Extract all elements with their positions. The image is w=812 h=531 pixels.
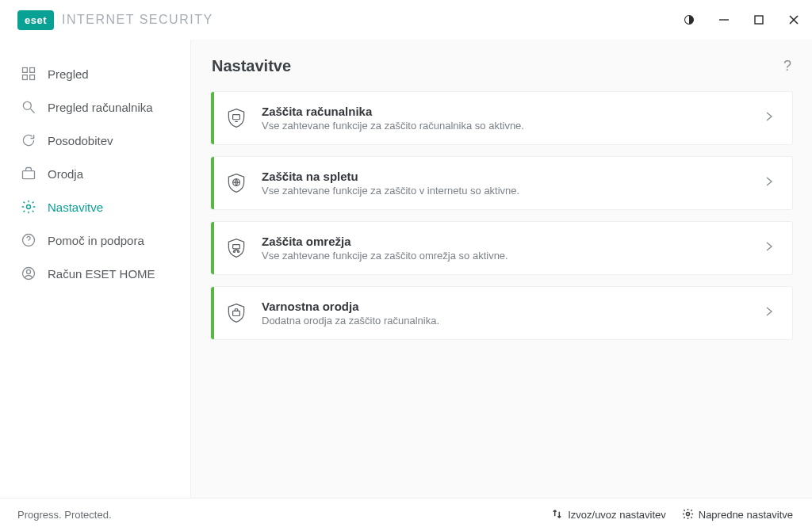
svg-rect-17 [233,115,240,120]
help-icon [21,232,36,248]
product-name: INTERNET SECURITY [62,13,213,27]
card-title: Varnostna orodja [262,300,764,313]
card-title: Zaščita na spletu [262,170,764,183]
main-panel: Nastavitve ? Zaščita računalnika Vse zah… [190,40,812,498]
tagline: Progress. Protected. [17,509,112,521]
search-icon [21,99,36,115]
main-header: Nastavitve ? [210,57,793,75]
toolbox-icon [21,166,36,181]
card-subtitle: Vse zahtevane funkcije za zaščito računa… [262,120,764,132]
card-zascita-na-spletu[interactable]: Zaščita na spletu Vse zahtevane funkcije… [210,156,793,210]
svg-rect-5 [23,68,28,73]
logo-group: eset INTERNET SECURITY [17,10,213,30]
svg-point-27 [686,512,689,515]
svg-rect-26 [233,311,240,315]
svg-rect-7 [23,75,28,80]
card-varnostna-orodja[interactable]: Varnostna orodja Dodatna orodja za zašči… [210,286,793,340]
card-body: Zaščita na spletu Vse zahtevane funkcije… [262,170,764,197]
update-icon [21,132,36,148]
sidebar: Pregled Pregled računalnika Posodobitev … [0,40,190,498]
svg-rect-2 [755,16,763,24]
card-zascita-racunalnika[interactable]: Zaščita računalnika Vse zahtevane funkci… [210,91,793,145]
help-button[interactable]: ? [783,58,791,74]
minimize-icon[interactable] [717,13,731,27]
eset-logo-badge: eset [17,10,54,30]
svg-rect-8 [30,75,35,80]
sidebar-item-label: Nastavitve [48,201,103,214]
sidebar-item-label: Pregled [48,67,89,81]
svg-point-14 [29,243,29,244]
card-subtitle: Vse zahtevane funkcije za zaščito omrežj… [262,250,764,262]
sidebar-item-label: Orodja [48,167,83,181]
footer-link-label: Napredne nastavitve [699,509,793,521]
chevron-right-icon [764,176,775,190]
sidebar-item-orodja[interactable]: Orodja [0,157,190,190]
sidebar-item-label: Račun ESET HOME [48,267,155,281]
shield-briefcase-icon [211,302,262,324]
gear-icon [682,508,694,522]
account-icon [21,266,36,281]
sidebar-item-nastavitve[interactable]: Nastavitve [0,190,190,223]
page-title: Nastavitve [212,57,291,75]
maximize-icon[interactable] [752,13,766,27]
shield-network-icon [211,237,262,259]
card-title: Zaščita omrežja [262,235,764,248]
sidebar-item-racun[interactable]: Račun ESET HOME [0,257,190,290]
footer-actions: Izvoz/uvoz nastavitev Napredne nastavitv… [551,508,793,522]
svg-line-10 [31,109,35,113]
card-body: Zaščita omrežja Vse zahtevane funkcije z… [262,235,764,262]
svg-rect-6 [30,68,35,73]
settings-cards: Zaščita računalnika Vse zahtevane funkci… [210,91,793,340]
svg-rect-11 [23,171,35,179]
gear-icon [21,199,36,215]
card-body: Zaščita računalnika Vse zahtevane funkci… [262,105,764,132]
advanced-settings-button[interactable]: Napredne nastavitve [682,508,793,522]
chevron-right-icon [764,241,775,255]
card-title: Zaščita računalnika [262,105,764,118]
svg-point-9 [23,101,31,109]
card-subtitle: Dodatna orodja za zaščito računalnika. [262,315,764,327]
svg-rect-21 [233,245,240,249]
footer: Progress. Protected. Izvoz/uvoz nastavit… [0,498,812,531]
svg-point-16 [27,269,31,273]
sidebar-item-pregled-racunalnika[interactable]: Pregled računalnika [0,90,190,124]
sidebar-item-label: Pregled računalnika [48,101,153,114]
import-export-button[interactable]: Izvoz/uvoz nastavitev [551,508,666,522]
svg-point-22 [233,250,235,252]
titlebar: eset INTERNET SECURITY [0,0,812,40]
footer-link-label: Izvoz/uvoz nastavitev [568,509,666,521]
chevron-right-icon [764,306,775,320]
svg-point-12 [27,205,31,209]
window-controls [682,13,801,27]
close-icon[interactable] [787,13,801,27]
sidebar-item-label: Posodobitev [48,134,113,147]
theme-toggle-icon[interactable] [682,13,696,27]
card-subtitle: Vse zahtevane funkcije za zaščito v inte… [262,185,764,197]
svg-point-23 [238,250,239,252]
sidebar-item-label: Pomoč in podpora [48,234,144,247]
sidebar-item-pregled[interactable]: Pregled [0,57,190,90]
dashboard-icon [21,66,36,82]
card-zascita-omrezja[interactable]: Zaščita omrežja Vse zahtevane funkcije z… [210,221,793,275]
import-export-icon [551,508,563,522]
shield-globe-icon [211,172,262,194]
sidebar-item-pomoc[interactable]: Pomoč in podpora [0,223,190,257]
card-body: Varnostna orodja Dodatna orodja za zašči… [262,300,764,327]
sidebar-item-posodobitev[interactable]: Posodobitev [0,124,190,157]
chevron-right-icon [764,111,775,125]
shield-monitor-icon [211,107,262,129]
